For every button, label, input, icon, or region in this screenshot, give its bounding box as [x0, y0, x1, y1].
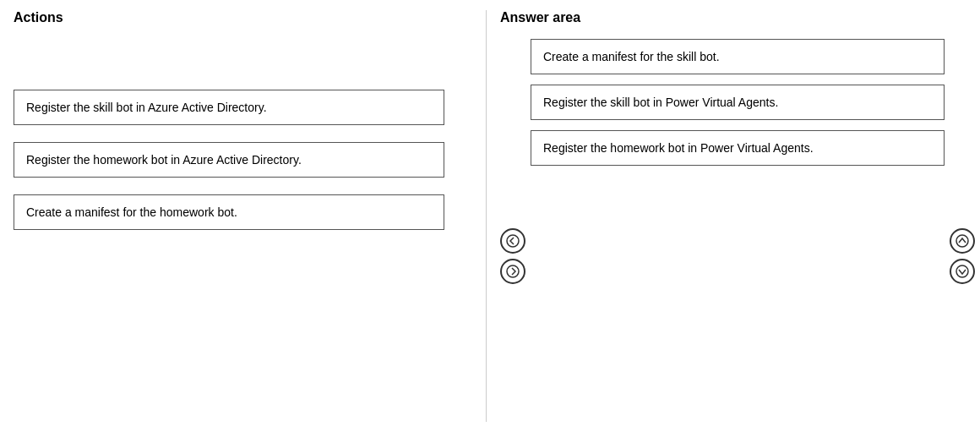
answer-items-list: Create a manifest for the skill bot. Reg…	[531, 39, 945, 422]
answer-item-1-text: Create a manifest for the skill bot.	[543, 50, 720, 63]
chevron-up-icon	[956, 234, 969, 248]
answer-item-2-text: Register the skill bot in Power Virtual …	[543, 96, 778, 109]
nav-left-up-button[interactable]	[500, 228, 525, 254]
svg-point-3	[956, 265, 968, 277]
nav-right-down-button[interactable]	[950, 259, 975, 284]
answer-nav-left	[500, 90, 525, 422]
svg-point-2	[956, 235, 968, 247]
chevron-right-icon	[506, 265, 520, 278]
chevron-down-icon	[956, 265, 969, 278]
answer-area-content: Create a manifest for the skill bot. Reg…	[500, 39, 975, 422]
action-item-2[interactable]: Register the homework bot in Azure Activ…	[14, 142, 444, 178]
main-container: Actions Register the skill bot in Azure …	[0, 0, 980, 432]
answer-item-3[interactable]: Register the homework bot in Power Virtu…	[531, 130, 945, 166]
nav-right-up-button[interactable]	[950, 228, 975, 254]
svg-point-1	[507, 265, 519, 277]
chevron-left-icon	[506, 234, 520, 248]
answer-item-3-text: Register the homework bot in Power Virtu…	[543, 141, 814, 155]
actions-panel: Actions Register the skill bot in Azure …	[14, 10, 487, 422]
svg-point-0	[507, 235, 519, 247]
nav-left-down-button[interactable]	[500, 259, 525, 284]
actions-items-list: Register the skill bot in Azure Active D…	[14, 39, 472, 247]
action-item-3[interactable]: Create a manifest for the homework bot.	[14, 194, 444, 230]
action-item-1[interactable]: Register the skill bot in Azure Active D…	[14, 90, 444, 125]
answer-item-2[interactable]: Register the skill bot in Power Virtual …	[531, 85, 945, 120]
answer-item-1[interactable]: Create a manifest for the skill bot.	[531, 39, 945, 74]
actions-title: Actions	[14, 10, 472, 25]
answer-nav-right	[950, 90, 975, 422]
answer-title: Answer area	[500, 10, 975, 25]
action-item-2-text: Register the homework bot in Azure Activ…	[26, 153, 302, 167]
action-item-1-text: Register the skill bot in Azure Active D…	[26, 101, 267, 114]
spacer-top	[14, 39, 472, 90]
answer-panel: Answer area	[487, 10, 980, 422]
action-item-3-text: Create a manifest for the homework bot.	[26, 205, 237, 219]
